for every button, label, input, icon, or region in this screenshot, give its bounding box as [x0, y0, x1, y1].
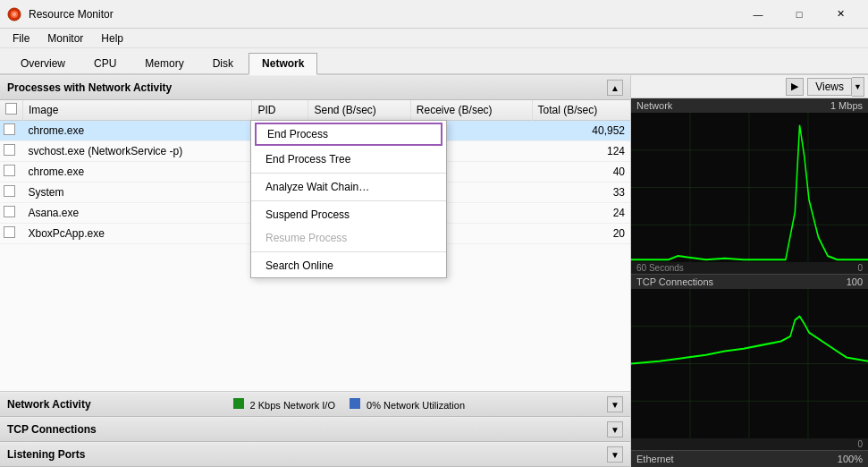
tcp-chart-max: 100 [847, 276, 863, 287]
row-total: 24 [532, 203, 630, 224]
network-chart-label-row: Network 1 Mbps [631, 98, 868, 113]
right-panel: ▶ Views ▼ Network 1 Mbps [631, 75, 868, 467]
tcp-chart-label: TCP Connections [636, 276, 713, 287]
menu-monitor[interactable]: Monitor [38, 30, 92, 47]
row-image: Asana.exe [23, 203, 252, 224]
tab-cpu[interactable]: CPU [80, 53, 130, 73]
tcp-connections-header[interactable]: TCP Connections ▼ [0, 417, 630, 442]
views-button[interactable]: Views [807, 78, 852, 96]
row-checkbox[interactable] [4, 226, 15, 238]
col-header-total[interactable]: Total (B/sec) [532, 100, 630, 121]
row-total: 124 [532, 141, 630, 162]
col-header-pid[interactable]: PID [252, 100, 308, 121]
row-image: svchost.exe (NetworkService -p) [23, 141, 252, 162]
network-legend1: 2 Kbps Network I/O [233, 398, 335, 411]
network-activity-title: Network Activity [7, 398, 91, 411]
context-menu-end-process[interactable]: End Process [255, 123, 442, 146]
listening-ports-collapse-btn[interactable]: ▼ [607, 446, 623, 463]
col-header-send[interactable]: Send (B/sec) [308, 100, 410, 121]
context-menu-search-online[interactable]: Search Online [251, 254, 446, 277]
network-chart-area [631, 113, 868, 262]
context-menu-analyze-wait-chain[interactable]: Analyze Wait Chain… [251, 175, 446, 199]
col-header-receive[interactable]: Receive (B/sec) [410, 100, 532, 121]
app-icon [7, 7, 21, 21]
network-chart-time: 60 Seconds [636, 263, 684, 273]
listening-ports-header[interactable]: Listening Ports ▼ [0, 442, 630, 467]
row-checkbox[interactable] [4, 144, 15, 156]
row-checkbox[interactable] [4, 165, 15, 176]
minimize-button[interactable]: — [737, 1, 779, 28]
listening-ports-title: Listening Ports [7, 448, 85, 461]
processes-section-title: Processes with Network Activity [7, 81, 172, 94]
expand-button[interactable]: ▶ [786, 78, 804, 96]
main-layout: Processes with Network Activity ▲ Image … [0, 75, 868, 467]
context-menu-sep2 [251, 200, 446, 201]
bottom-sections: Network Activity 2 Kbps Network I/O 0% N… [0, 391, 630, 467]
row-image: System [23, 183, 252, 203]
tab-overview[interactable]: Overview [7, 53, 79, 73]
row-total: 33 [532, 183, 630, 203]
row-total: 40,952 [532, 121, 630, 141]
network-chart-label: Network [636, 100, 672, 111]
network-legend2: 0% Network Utilization [350, 398, 465, 411]
row-total: 40 [532, 162, 630, 183]
ethernet-row: Ethernet 100% [631, 450, 868, 467]
header-checkbox[interactable] [5, 103, 17, 115]
menu-file[interactable]: File [4, 30, 38, 47]
network-chart-max: 1 Mbps [830, 100, 863, 111]
right-panel-header: ▶ Views ▼ [631, 75, 868, 98]
tab-memory[interactable]: Memory [131, 53, 197, 73]
network-chart-bottom: 60 Seconds 0 [631, 262, 868, 274]
window-controls: — □ ✕ [737, 1, 861, 28]
network-activity-header[interactable]: Network Activity 2 Kbps Network I/O 0% N… [0, 392, 630, 417]
tabs-bar: Overview CPU Memory Disk Network [0, 48, 868, 75]
tcp-chart-label-row: TCP Connections 100 [631, 275, 868, 289]
svg-point-2 [13, 13, 16, 16]
close-button[interactable]: ✕ [820, 1, 861, 28]
row-image: XboxPcApp.exe [23, 224, 252, 244]
maximize-button[interactable]: □ [779, 1, 820, 28]
tab-network[interactable]: Network [249, 53, 317, 75]
tcp-connections-collapse-btn[interactable]: ▼ [607, 421, 623, 437]
context-menu-sep3 [251, 251, 446, 252]
title-bar: Resource Monitor — □ ✕ [0, 0, 868, 29]
row-checkbox[interactable] [4, 206, 15, 217]
network-chart-svg [631, 113, 868, 262]
tcp-chart-section: TCP Connections 100 0 [631, 275, 868, 450]
tcp-chart-zero: 0 [857, 439, 863, 449]
tab-disk[interactable]: Disk [199, 53, 247, 73]
row-checkbox[interactable] [4, 123, 15, 135]
row-image: chrome.exe [23, 162, 252, 183]
row-image: chrome.exe [23, 121, 252, 141]
tcp-chart-area [631, 289, 868, 438]
menu-help[interactable]: Help [92, 30, 132, 47]
network-chart-section: Network 1 Mbps 60 Seconds 0 [631, 98, 868, 274]
context-menu-sep1 [251, 173, 446, 174]
ethernet-value: 100% [838, 454, 863, 464]
legend-dot-blue [350, 398, 360, 409]
processes-collapse-btn[interactable]: ▲ [607, 80, 623, 96]
row-total: 20 [532, 224, 630, 244]
context-menu-suspend-process[interactable]: Suspend Process [251, 203, 446, 226]
legend-dot-green [233, 398, 244, 409]
views-dropdown-arrow[interactable]: ▼ [852, 77, 864, 97]
tcp-connections-title: TCP Connections [7, 423, 97, 436]
tcp-chart-bottom: 0 [631, 438, 868, 450]
window-title: Resource Monitor [29, 8, 737, 21]
context-menu-resume-process: Resume Process [251, 226, 446, 250]
processes-section-header[interactable]: Processes with Network Activity ▲ [0, 75, 630, 100]
row-checkbox[interactable] [4, 185, 15, 197]
tcp-chart-svg [631, 289, 868, 438]
context-menu-end-process-tree[interactable]: End Process Tree [251, 148, 446, 171]
col-header-image[interactable]: Image [23, 100, 252, 121]
network-activity-info: 2 Kbps Network I/O 0% Network Utilizatio… [233, 398, 466, 411]
left-panel: Processes with Network Activity ▲ Image … [0, 75, 631, 467]
network-chart-zero: 0 [857, 263, 863, 273]
ethernet-label: Ethernet [636, 454, 674, 464]
menu-bar: File Monitor Help [0, 29, 868, 48]
network-activity-collapse-btn[interactable]: ▼ [607, 396, 623, 412]
context-menu: End Process End Process Tree Analyze Wai… [250, 120, 447, 278]
